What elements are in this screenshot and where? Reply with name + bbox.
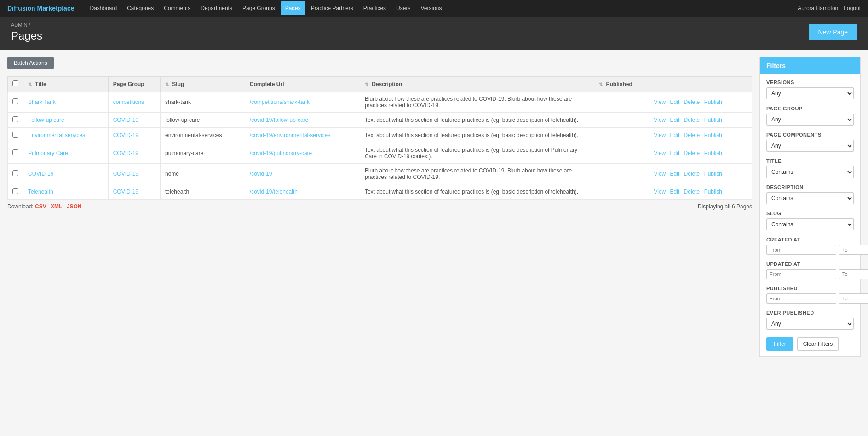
filter-title-label: TITLE bbox=[766, 158, 854, 164]
nav-departments[interactable]: Departments bbox=[196, 1, 237, 15]
filter-title: TITLE Contains Equals Starts With bbox=[766, 158, 854, 178]
filter-ever-published-label: EVER PUBLISHED bbox=[766, 310, 854, 316]
row-checkbox-2[interactable] bbox=[12, 132, 18, 138]
row-url-link-2[interactable]: /covid-19/environmental-services bbox=[250, 132, 330, 138]
row-publish-2[interactable]: Publish bbox=[704, 132, 722, 138]
row-edit-3[interactable]: Edit bbox=[670, 150, 680, 156]
row-page-group-link-2[interactable]: COVID-19 bbox=[113, 132, 138, 138]
desc-sort-icon[interactable]: ⇅ bbox=[365, 82, 368, 87]
filter-ever-published: EVER PUBLISHED Any Yes No bbox=[766, 310, 854, 330]
filter-ever-published-select[interactable]: Any Yes No bbox=[766, 318, 854, 330]
select-all-checkbox[interactable] bbox=[12, 80, 18, 86]
col-description: ⇅ Description bbox=[360, 77, 594, 92]
pub-sort-icon[interactable]: ⇅ bbox=[599, 82, 603, 87]
slug-sort-icon[interactable]: ⇅ bbox=[165, 82, 169, 87]
row-delete-1[interactable]: Delete bbox=[684, 117, 700, 123]
filter-updated-at-from[interactable] bbox=[766, 269, 836, 279]
row-publish-0[interactable]: Publish bbox=[704, 99, 722, 105]
filters-panel: Filters VERSIONS Any 1 2 3 PAGE GROUP An… bbox=[759, 57, 861, 357]
row-url-1: /covid-19/follow-up-care bbox=[245, 113, 360, 128]
row-delete-3[interactable]: Delete bbox=[684, 150, 700, 156]
row-page-group-link-4[interactable]: COVID-19 bbox=[113, 171, 138, 177]
row-url-link-3[interactable]: /covid-19/pulmonary-care bbox=[250, 150, 312, 156]
filter-slug-select[interactable]: Contains Equals Starts With bbox=[766, 218, 854, 230]
row-delete-0[interactable]: Delete bbox=[684, 99, 700, 105]
title-sort-icon[interactable]: ⇅ bbox=[28, 82, 32, 87]
download-xml[interactable]: XML bbox=[51, 203, 62, 210]
filter-page-group-select[interactable]: Any bbox=[766, 114, 854, 126]
nav-versions[interactable]: Versions bbox=[416, 1, 446, 15]
row-edit-0[interactable]: Edit bbox=[670, 99, 680, 105]
row-url-link-1[interactable]: /covid-19/follow-up-care bbox=[250, 117, 308, 123]
row-publish-4[interactable]: Publish bbox=[704, 171, 722, 177]
row-checkbox-1[interactable] bbox=[12, 116, 18, 122]
nav-pages[interactable]: Pages bbox=[281, 1, 305, 15]
filter-published-to[interactable] bbox=[839, 293, 868, 304]
row-view-5[interactable]: View bbox=[654, 189, 666, 195]
row-view-2[interactable]: View bbox=[654, 132, 666, 138]
filter-description-select[interactable]: Contains Equals Starts With bbox=[766, 192, 854, 204]
row-view-3[interactable]: View bbox=[654, 150, 666, 156]
row-publish-3[interactable]: Publish bbox=[704, 150, 722, 156]
row-checkbox-5[interactable] bbox=[12, 188, 18, 194]
new-page-button[interactable]: New Page bbox=[809, 24, 857, 40]
row-title-link-2[interactable]: Environmental services bbox=[28, 132, 85, 138]
row-page-group-link-0[interactable]: competitions bbox=[113, 99, 144, 105]
download-json[interactable]: JSON bbox=[67, 203, 82, 210]
batch-actions-button[interactable]: Batch Actions bbox=[7, 57, 54, 69]
row-title-link-4[interactable]: COVID-19 bbox=[28, 171, 53, 177]
row-published-1 bbox=[594, 113, 649, 128]
brand[interactable]: Diffusion Marketplace bbox=[7, 5, 74, 12]
row-title-link-5[interactable]: Telehealth bbox=[28, 189, 53, 195]
nav-practice-partners[interactable]: Practice Partners bbox=[306, 1, 358, 15]
row-checkbox-4[interactable] bbox=[12, 170, 18, 176]
row-url-3: /covid-19/pulmonary-care bbox=[245, 143, 360, 164]
row-delete-4[interactable]: Delete bbox=[684, 171, 700, 177]
nav-logout[interactable]: Logout bbox=[844, 5, 861, 11]
row-delete-5[interactable]: Delete bbox=[684, 189, 700, 195]
filter-created-at-from[interactable] bbox=[766, 245, 836, 255]
row-title-link-1[interactable]: Follow-up care bbox=[28, 117, 64, 123]
row-url-link-0[interactable]: /competitions/shark-tank bbox=[250, 99, 310, 105]
row-url-link-4[interactable]: /covid-19 bbox=[250, 171, 272, 177]
nav-users[interactable]: Users bbox=[391, 1, 415, 15]
row-view-4[interactable]: View bbox=[654, 171, 666, 177]
row-edit-4[interactable]: Edit bbox=[670, 171, 680, 177]
filter-page-components-select[interactable]: Any bbox=[766, 140, 854, 152]
row-edit-5[interactable]: Edit bbox=[670, 189, 680, 195]
table-row: Follow-up care COVID-19 follow-up-care /… bbox=[8, 113, 752, 128]
filter-description-label: DESCRIPTION bbox=[766, 184, 854, 190]
row-view-0[interactable]: View bbox=[654, 99, 666, 105]
row-page-group-link-1[interactable]: COVID-19 bbox=[113, 117, 138, 123]
row-title-link-3[interactable]: Pulmonary Care bbox=[28, 150, 68, 156]
table-area: Batch Actions ⇅ Title Page Group ⇅ bbox=[7, 57, 752, 357]
filter-published-from[interactable] bbox=[766, 293, 836, 304]
row-checkbox-3[interactable] bbox=[12, 149, 18, 155]
row-checkbox-0[interactable] bbox=[12, 98, 18, 104]
row-publish-1[interactable]: Publish bbox=[704, 117, 722, 123]
row-url-link-5[interactable]: /covid-19/telehealth bbox=[250, 189, 298, 195]
row-edit-1[interactable]: Edit bbox=[670, 117, 680, 123]
filter-created-at-to[interactable] bbox=[839, 245, 868, 255]
filter-page-group-label: PAGE GROUP bbox=[766, 106, 854, 111]
row-view-1[interactable]: View bbox=[654, 117, 666, 123]
nav-practices[interactable]: Practices bbox=[359, 1, 391, 15]
filter-button[interactable]: Filter bbox=[766, 337, 793, 351]
clear-filters-button[interactable]: Clear Filters bbox=[797, 337, 839, 351]
row-edit-2[interactable]: Edit bbox=[670, 132, 680, 138]
row-page-group-link-3[interactable]: COVID-19 bbox=[113, 150, 138, 156]
row-desc-3: Text about what this section of featured… bbox=[360, 143, 594, 164]
nav-comments[interactable]: Comments bbox=[159, 1, 195, 15]
row-publish-5[interactable]: Publish bbox=[704, 189, 722, 195]
nav-categories[interactable]: Categories bbox=[122, 1, 158, 15]
nav-page-groups[interactable]: Page Groups bbox=[238, 1, 280, 15]
row-delete-2[interactable]: Delete bbox=[684, 132, 700, 138]
download-csv[interactable]: CSV bbox=[35, 203, 46, 210]
filter-versions-select[interactable]: Any 1 2 3 bbox=[766, 87, 854, 99]
row-slug-2: environmental-services bbox=[161, 128, 245, 143]
filter-title-select[interactable]: Contains Equals Starts With bbox=[766, 166, 854, 178]
nav-dashboard[interactable]: Dashboard bbox=[85, 1, 121, 15]
row-page-group-link-5[interactable]: COVID-19 bbox=[113, 189, 138, 195]
row-title-link-0[interactable]: Shark Tank bbox=[28, 99, 56, 105]
filter-updated-at-to[interactable] bbox=[839, 269, 868, 279]
